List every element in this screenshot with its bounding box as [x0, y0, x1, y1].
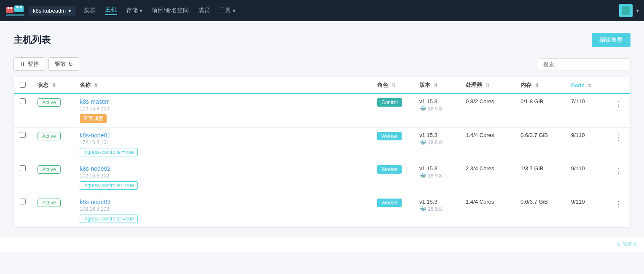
nav-items: 集群 主机 存储 ▾ 项目/命名空间 成员 工具 ▾	[84, 6, 619, 15]
nav-item-storage[interactable]: 存储 ▾	[126, 7, 142, 14]
cpu-value: 1.4/4 Cores	[460, 128, 515, 161]
nav-item-tools[interactable]: 工具 ▾	[219, 7, 236, 14]
memory-value: 0.6/3.7 GiB	[515, 128, 565, 161]
col-cpu[interactable]: 处理器 ⇅	[460, 77, 515, 94]
svg-rect-7	[622, 6, 630, 15]
node-name[interactable]: k8s-node02	[80, 165, 365, 172]
memory-value: 0.6/3.7 GiB	[515, 194, 565, 228]
hosts-table: 状态 ⇅ 名称 ⇅ 角色 ⇅ 版本 ⇅ 处理器 ⇅ 内存 ⇅	[13, 77, 631, 228]
table-body: Active k8s-master 172.16.8.100 不可调度 Cont…	[14, 94, 630, 227]
edit-cluster-button[interactable]: 编辑集群	[592, 33, 631, 47]
docker-icon: 🐳	[419, 172, 426, 179]
avatar[interactable]	[619, 4, 633, 17]
pods-value: 7/110	[565, 94, 607, 128]
col-name[interactable]: 名称 ⇅	[74, 77, 371, 94]
main-content: 主机列表 编辑集群 ⏸ 暂停 驱散 ↻ 状态 ⇅	[0, 21, 644, 236]
tools-dropdown-icon: ▾	[233, 7, 236, 14]
pause-icon: ⏸	[20, 61, 25, 67]
cpu-value: 2.3/4 Cores	[460, 161, 515, 194]
nav-item-members[interactable]: 成员	[198, 7, 210, 14]
nav-item-projects[interactable]: 项目/命名空间	[152, 7, 189, 14]
docker-icon: 🐳	[419, 206, 426, 212]
cpu-value: 1.4/4 Cores	[460, 194, 515, 228]
row-actions-button[interactable]: ⋮	[613, 98, 624, 109]
memory-sort-icon: ⇅	[535, 83, 539, 88]
pods-value: 9/110	[565, 194, 607, 228]
search-input[interactable]	[538, 58, 631, 70]
select-all-checkbox[interactable]	[20, 82, 26, 88]
pods-value: 9/110	[565, 128, 607, 161]
col-status[interactable]: 状态 ⇅	[32, 77, 74, 94]
svg-rect-3	[14, 5, 24, 12]
avatar-dropdown-icon[interactable]: ▾	[636, 7, 639, 14]
row-actions-button[interactable]: ⋮	[613, 199, 624, 210]
col-version[interactable]: 版本 ⇅	[413, 77, 460, 94]
svg-rect-6	[6, 14, 24, 16]
col-memory[interactable]: 内存 ⇅	[515, 77, 565, 94]
table-header: 状态 ⇅ 名称 ⇅ 角色 ⇅ 版本 ⇅ 处理器 ⇅ 内存 ⇅	[14, 77, 630, 94]
role-badge: Control	[377, 98, 402, 107]
docker-icon: 🐳	[419, 139, 426, 145]
node-name[interactable]: k8s-node03	[80, 199, 365, 205]
cluster-name: k8s-kubeadm	[33, 8, 66, 14]
status-badge: Active	[38, 165, 61, 174]
node-tag: ingress-controller=true	[80, 181, 138, 190]
table-row: Active k8s-node01 172.16.8.101 ingress-c…	[14, 128, 630, 161]
col-role[interactable]: 角色 ⇅	[371, 77, 413, 94]
node-ip: 172.16.8.102	[80, 173, 365, 179]
memory-value: 0/1.8 GiB	[515, 94, 565, 128]
cluster-dropdown-icon: ▾	[68, 8, 71, 14]
nav-item-hosts[interactable]: 主机	[105, 6, 117, 15]
status-badge: Active	[38, 199, 61, 207]
node-ip: 172.16.8.101	[80, 140, 365, 145]
node-tag: ingress-controller=true	[80, 215, 138, 223]
toolbar-left: ⏸ 暂停 驱散 ↻	[13, 57, 79, 71]
pause-button[interactable]: ⏸ 暂停	[13, 57, 45, 71]
row-checkbox-0[interactable]	[20, 98, 26, 104]
docker-icon: 🐳	[419, 105, 426, 112]
role-sort-icon: ⇅	[392, 83, 395, 88]
navbar: k8s-kubeadm ▾ 集群 主机 存储 ▾ 项目/命名空间 成员 工具 ▾…	[0, 0, 644, 21]
memory-value: 1/3.7 GiB	[515, 161, 565, 194]
node-name[interactable]: k8s-master	[80, 98, 365, 105]
status-sort-icon: ⇅	[52, 83, 56, 88]
node-tag: 不可调度	[80, 114, 107, 123]
footer: ⊙ 亿速云	[0, 236, 644, 252]
col-pods[interactable]: Pods ⇅	[565, 77, 607, 94]
node-ip: 172.16.8.103	[80, 206, 365, 212]
node-ip: 172.16.8.100	[80, 106, 365, 112]
pods-sort-icon: ⇅	[588, 83, 591, 88]
row-actions-button[interactable]: ⋮	[613, 165, 624, 176]
toolbar: ⏸ 暂停 驱散 ↻	[13, 57, 631, 71]
version-main: v1.15.3	[419, 132, 454, 138]
evict-button[interactable]: 驱散 ↻	[48, 57, 79, 71]
storage-dropdown-icon: ▾	[140, 7, 142, 14]
node-name[interactable]: k8s-node01	[80, 132, 365, 139]
evict-icon: ↻	[68, 61, 73, 67]
col-actions	[607, 77, 630, 94]
version-main: v1.15.3	[419, 165, 454, 172]
row-checkbox-3[interactable]	[20, 199, 26, 204]
version-sort-icon: ⇅	[434, 83, 437, 88]
logo	[5, 4, 25, 17]
version-main: v1.15.3	[419, 98, 454, 105]
row-checkbox-1[interactable]	[20, 132, 26, 138]
role-badge: Worker	[377, 199, 402, 207]
table-row: Active k8s-master 172.16.8.100 不可调度 Cont…	[14, 94, 630, 128]
version-sub: 🐳 18.9.8	[419, 105, 454, 112]
row-checkbox-2[interactable]	[20, 165, 26, 171]
node-tag: ingress-controller=true	[80, 148, 138, 156]
svg-point-5	[20, 6, 22, 8]
table-row: Active k8s-node02 172.16.8.102 ingress-c…	[14, 161, 630, 194]
cpu-sort-icon: ⇅	[486, 83, 489, 88]
cluster-selector[interactable]: k8s-kubeadm ▾	[29, 6, 75, 16]
footer-brand: ⊙ 亿速云	[617, 241, 637, 247]
name-sort-icon: ⇅	[94, 83, 98, 88]
svg-point-4	[16, 6, 19, 8]
page-title: 主机列表	[13, 34, 51, 46]
version-sub: 🐳 18.9.8	[419, 139, 454, 145]
cpu-value: 0.8/2 Cores	[460, 94, 515, 128]
row-actions-button[interactable]: ⋮	[613, 132, 624, 143]
version-sub: 🐳 18.9.8	[419, 206, 454, 212]
nav-item-cluster[interactable]: 集群	[84, 7, 96, 14]
